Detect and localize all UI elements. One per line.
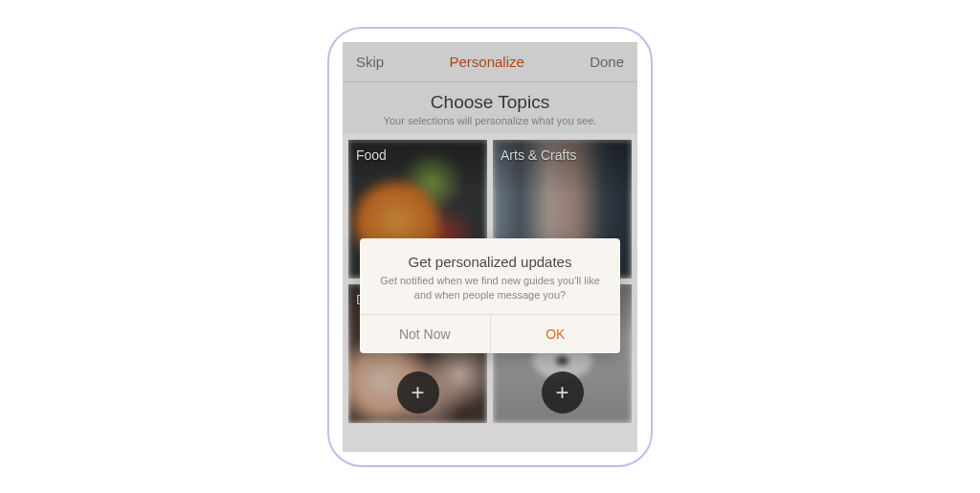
dialog-body: Get personalized updates Get notified wh… xyxy=(360,238,620,315)
topic-label: Arts & Crafts xyxy=(501,147,576,163)
page-title: Personalize xyxy=(449,54,523,70)
skip-button[interactable]: Skip xyxy=(356,54,384,70)
dialog-actions: Not Now OK xyxy=(360,314,620,353)
top-bar: Skip Personalize Done xyxy=(343,42,637,82)
plus-icon: + xyxy=(555,381,568,404)
plus-icon: + xyxy=(411,381,424,404)
not-now-button[interactable]: Not Now xyxy=(360,315,491,353)
done-button[interactable]: Done xyxy=(590,54,624,70)
permission-dialog: Get personalized updates Get notified wh… xyxy=(360,238,620,354)
device-frame: Skip Personalize Done Choose Topics Your… xyxy=(327,27,653,467)
header-block: Choose Topics Your selections will perso… xyxy=(343,82,637,134)
add-topic-button[interactable]: + xyxy=(397,371,439,414)
dialog-title: Get personalized updates xyxy=(377,254,603,270)
app-screen: Skip Personalize Done Choose Topics Your… xyxy=(343,42,637,452)
header-subtitle: Your selections will personalize what yo… xyxy=(343,115,637,126)
ok-button[interactable]: OK xyxy=(491,315,621,353)
header-title: Choose Topics xyxy=(343,92,637,113)
add-topic-button[interactable]: + xyxy=(542,371,584,414)
topic-label: Food xyxy=(356,147,387,163)
dialog-message: Get notified when we find new guides you… xyxy=(377,274,603,303)
